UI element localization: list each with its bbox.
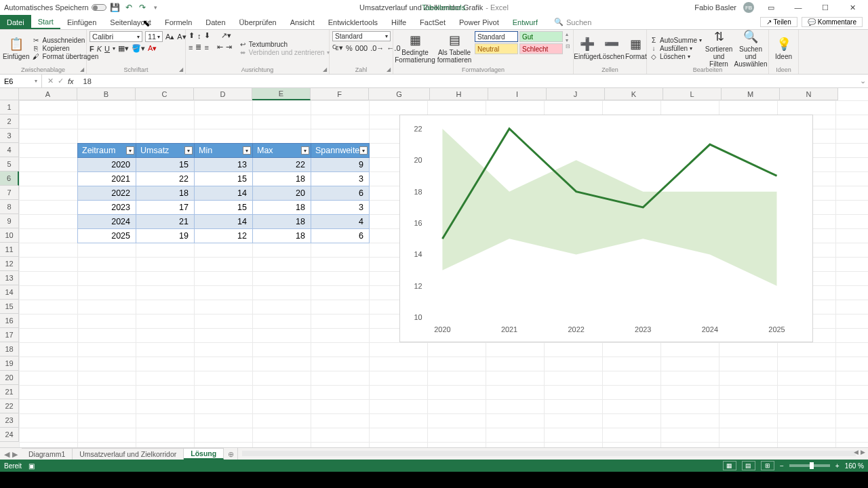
qat-customize-icon[interactable]: ▾ <box>151 3 161 12</box>
paste-button[interactable]: 📋 Einfügen <box>3 31 29 65</box>
row-header-1[interactable]: 1 <box>0 100 19 115</box>
maximize-icon[interactable]: ☐ <box>815 1 835 14</box>
zoom-out-icon[interactable]: − <box>780 462 784 470</box>
col-header-J[interactable]: J <box>547 88 605 100</box>
cell-style-neutral[interactable]: Neutral <box>475 43 518 54</box>
col-header-D[interactable]: D <box>194 88 252 100</box>
sheet-nav-next-icon[interactable]: ▶ <box>12 450 18 458</box>
cancel-entry-icon[interactable]: ✕ <box>47 77 54 85</box>
table-cell[interactable]: 15 <box>195 172 253 186</box>
expand-formula-bar-icon[interactable]: ⌄ <box>857 77 868 85</box>
table-header-min[interactable]: Min▾ <box>195 144 253 158</box>
alignment-dialog-icon[interactable]: ◢ <box>323 66 327 73</box>
sheet-tab-diagramm1[interactable]: Diagramm1 <box>22 448 73 460</box>
horizontal-scrollbar[interactable] <box>237 448 868 460</box>
row-header-18[interactable]: 18 <box>0 342 19 357</box>
row-header-24[interactable]: 24 <box>0 428 19 442</box>
tab-start[interactable]: Start <box>31 15 60 29</box>
row-header-8[interactable]: 8 <box>0 200 19 214</box>
table-cell[interactable]: 15 <box>195 201 253 215</box>
tab-factset[interactable]: FactSet <box>413 15 452 29</box>
table-cell[interactable]: 2023 <box>78 201 136 215</box>
filter-icon[interactable]: ▾ <box>184 146 193 155</box>
table-cell[interactable]: 21 <box>136 215 195 229</box>
table-cell[interactable]: 14 <box>195 215 253 229</box>
close-icon[interactable]: ✕ <box>842 1 863 14</box>
row-header-2[interactable]: 2 <box>0 115 19 129</box>
tab-seitenlayout[interactable]: Seitenlayout <box>103 15 158 29</box>
indent-increase-icon[interactable]: ⇥ <box>226 43 232 52</box>
chart-area[interactable]: 10121416182022202020212022202320242025 <box>399 115 813 342</box>
merge-center-button[interactable]: ⬌Verbinden und zentrieren▾ <box>239 49 330 56</box>
table-cell[interactable]: 18 <box>253 229 311 243</box>
align-top-icon[interactable]: ⬆ <box>189 31 195 40</box>
row-header-21[interactable]: 21 <box>0 385 19 399</box>
filter-icon[interactable]: ▾ <box>301 146 309 155</box>
cell-style-schlecht[interactable]: Schlecht <box>519 43 563 54</box>
increase-decimal-icon[interactable]: .0→ <box>370 44 384 52</box>
table-row[interactable]: 20242114184 <box>78 215 370 229</box>
style-gallery-more-icon[interactable]: ⊟ <box>566 43 570 49</box>
tab-formeln[interactable]: Formeln <box>158 15 199 29</box>
table-cell[interactable]: 18 <box>136 186 195 201</box>
tab-file[interactable]: Datei <box>0 15 31 29</box>
page-layout-view-icon[interactable]: ▤ <box>742 461 755 470</box>
table-cell[interactable]: 2025 <box>78 229 136 243</box>
row-header-14[interactable]: 14 <box>0 285 19 300</box>
redo-icon[interactable]: ↷ <box>138 3 147 12</box>
tell-me-search[interactable]: 🔍 Suchen <box>554 15 591 29</box>
border-icon[interactable]: ▦▾ <box>118 44 129 53</box>
macro-record-icon[interactable]: ▣ <box>28 462 35 470</box>
table-cell[interactable]: 19 <box>136 229 195 243</box>
table-cell[interactable]: 15 <box>136 158 195 172</box>
col-header-B[interactable]: B <box>77 88 136 100</box>
table-cell[interactable]: 20 <box>253 186 311 201</box>
cell-style-standard[interactable]: Standard <box>475 31 518 42</box>
table-header-zeitraum[interactable]: Zeitraum▾ <box>78 144 136 158</box>
tab-daten[interactable]: Daten <box>199 15 232 29</box>
name-box[interactable]: E6▾ <box>0 75 42 87</box>
col-header-E[interactable]: E <box>252 88 311 100</box>
table-cell[interactable]: 2022 <box>78 186 136 201</box>
add-sheet-button[interactable]: ⊕ <box>224 448 237 460</box>
table-cell[interactable]: 17 <box>136 201 195 215</box>
zoom-slider[interactable] <box>789 464 830 467</box>
table-cell[interactable]: 6 <box>311 186 370 201</box>
delete-cells-button[interactable]: ➖Löschen <box>601 31 623 65</box>
align-center-icon[interactable]: ≣ <box>195 43 201 52</box>
minimize-icon[interactable]: — <box>788 1 808 14</box>
row-header-23[interactable]: 23 <box>0 413 19 428</box>
select-all-corner[interactable] <box>0 88 19 100</box>
col-header-N[interactable]: N <box>780 88 838 100</box>
row-header-6[interactable]: 6 <box>0 171 19 186</box>
save-icon[interactable]: 💾 <box>111 3 120 12</box>
align-right-icon[interactable]: ≡ <box>204 43 208 52</box>
font-name-combo[interactable]: Calibri▾ <box>90 31 142 42</box>
bold-icon[interactable]: F <box>90 45 94 53</box>
table-header-max[interactable]: Max▾ <box>253 144 311 158</box>
row-header-22[interactable]: 22 <box>0 399 19 413</box>
row-header-9[interactable]: 9 <box>0 214 19 228</box>
number-format-combo[interactable]: Standard▾ <box>332 31 391 41</box>
ideas-button[interactable]: 💡Ideen <box>772 31 795 65</box>
row-header-5[interactable]: 5 <box>0 157 19 171</box>
align-middle-icon[interactable]: ↕ <box>197 32 201 40</box>
align-bottom-icon[interactable]: ⬇ <box>204 31 210 40</box>
italic-icon[interactable]: K <box>97 45 102 53</box>
row-header-19[interactable]: 19 <box>0 357 19 371</box>
align-left-icon[interactable]: ≡ <box>189 43 193 52</box>
table-cell[interactable]: 12 <box>195 229 253 243</box>
tab-hilfe[interactable]: Hilfe <box>384 15 413 29</box>
row-header-12[interactable]: 12 <box>0 257 19 271</box>
user-name[interactable]: Fabio Basler <box>694 3 736 12</box>
table-cell[interactable]: 2024 <box>78 215 136 229</box>
table-cell[interactable]: 3 <box>311 201 370 215</box>
worksheet-grid[interactable]: ABCDEFGHIJKLMN 1234567891011121314151617… <box>0 88 868 447</box>
zoom-percent[interactable]: 160 % <box>845 462 864 470</box>
row-header-7[interactable]: 7 <box>0 186 19 200</box>
share-button[interactable]: ↗Teilen <box>760 17 797 27</box>
tab-entwurf[interactable]: Entwurf <box>506 15 545 29</box>
col-header-H[interactable]: H <box>430 88 488 100</box>
table-cell[interactable]: 22 <box>253 158 311 172</box>
comma-icon[interactable]: 000 <box>355 44 368 52</box>
